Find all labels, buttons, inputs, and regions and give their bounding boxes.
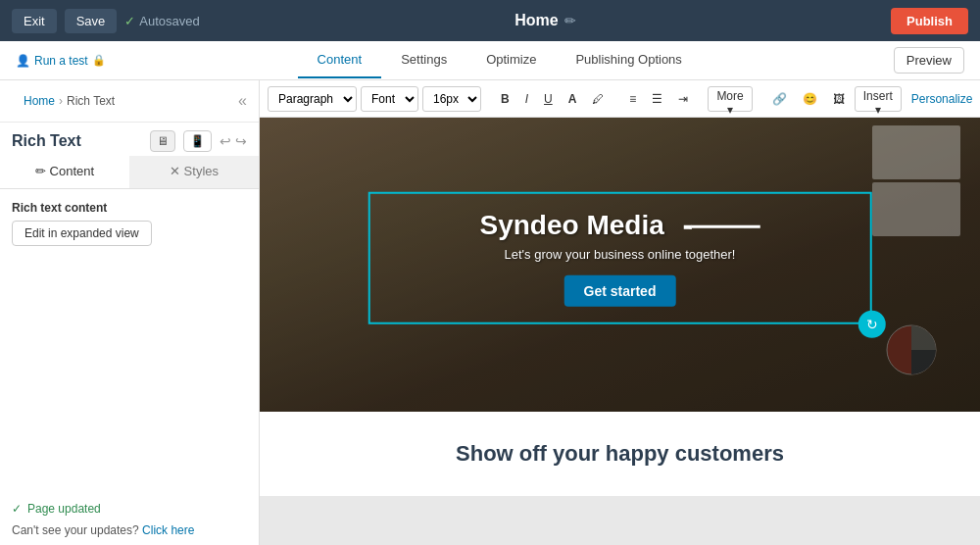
sidebar-title: Rich Text <box>12 132 81 150</box>
font-color-button[interactable]: A <box>563 86 583 112</box>
run-test-link[interactable]: 👤 Run a test 🔒 <box>16 54 106 68</box>
more-label: More <box>716 89 743 103</box>
styles-tab-icon: ✕ <box>170 164 184 178</box>
top-bar-right: Publish <box>891 8 968 34</box>
underline-button[interactable]: U <box>538 86 559 112</box>
status-check-icon: ✓ <box>12 502 22 516</box>
hero-title-text: Syndeo Media <box>479 210 663 240</box>
breadcrumb: Home › Rich Text <box>12 88 126 114</box>
arrow-line <box>692 225 760 228</box>
edit-expanded-button[interactable]: Edit in expanded view <box>12 221 152 246</box>
personalize-button[interactable]: Personalize <box>906 90 979 108</box>
publish-button[interactable]: Publish <box>891 8 968 34</box>
content-tab-icon: ✏ <box>35 164 50 178</box>
undo-button[interactable]: ↩ <box>220 133 231 149</box>
breadcrumb-current: Rich Text <box>67 94 115 108</box>
lock-icon: 🔒 <box>92 54 106 67</box>
insert-chevron-icon: ▾ <box>875 103 881 117</box>
autosaved-indicator: ✓ Autosaved <box>124 14 199 28</box>
nav-tabs: Content Settings Optimize Publishing Opt… <box>106 42 894 78</box>
indent-button[interactable]: ⇥ <box>672 86 694 112</box>
edit-page-title-icon[interactable]: ✏ <box>564 13 576 28</box>
refresh-icon[interactable]: ↻ <box>858 311 886 338</box>
sub-tabs: ✏ Content ✕ Styles <box>0 156 259 189</box>
top-bar: Exit Save ✓ Autosaved Home ✏ Publish <box>0 0 980 41</box>
show-off-title: Show off your happy customers <box>279 441 960 467</box>
italic-button[interactable]: I <box>519 86 534 112</box>
click-here-link[interactable]: Click here <box>142 523 194 537</box>
breadcrumb-home[interactable]: Home <box>24 94 55 108</box>
save-button[interactable]: Save <box>65 9 118 33</box>
toolbar-right: Personalize Advanced ▾ <box>906 82 980 116</box>
page-title: Home <box>514 12 558 29</box>
below-hero-section: Show off your happy customers <box>260 412 980 496</box>
exit-button[interactable]: Exit <box>12 9 57 33</box>
tab-content[interactable]: Content <box>298 42 382 78</box>
align-button[interactable]: ≡ <box>623 86 642 112</box>
canvas: Syndeo Media Let's grow your business on… <box>260 118 980 545</box>
sidebar: Home › Rich Text « Rich Text 🖥 📱 ↩ ↪ ✏ C… <box>0 80 260 545</box>
sidebar-title-row: Rich Text 🖥 📱 ↩ ↪ <box>0 123 259 156</box>
hero-cta: Get started <box>393 275 847 307</box>
arrowhead-icon <box>684 224 692 228</box>
sidebar-collapse-icon[interactable]: « <box>238 92 247 110</box>
image-button[interactable]: 🖼 <box>827 86 851 112</box>
run-test-label: Run a test <box>34 54 88 68</box>
main-layout: Home › Rich Text « Rich Text 🖥 📱 ↩ ↪ ✏ C… <box>0 80 980 545</box>
link-button[interactable]: 🔗 <box>766 86 793 112</box>
autosaved-check-icon: ✓ <box>124 14 135 28</box>
sub-tab-content[interactable]: ✏ Content <box>0 156 129 188</box>
preview-button[interactable]: Preview <box>894 47 964 74</box>
autosaved-text: Autosaved <box>139 14 199 28</box>
more-button[interactable]: More ▾ <box>708 86 752 112</box>
paragraph-select[interactable]: Paragraph <box>268 86 357 112</box>
hero-section: Syndeo Media Let's grow your business on… <box>260 118 980 412</box>
rich-text-content-label: Rich text content <box>12 201 247 215</box>
bold-button[interactable]: B <box>495 86 515 112</box>
cant-see-text: Can't see your updates? <box>12 523 139 537</box>
selected-text-box[interactable]: Syndeo Media Let's grow your business on… <box>368 192 872 324</box>
list-button[interactable]: ☰ <box>646 86 668 112</box>
insert-button[interactable]: Insert ▾ <box>855 86 902 112</box>
hero-content-box[interactable]: Syndeo Media Let's grow your business on… <box>368 192 872 324</box>
font-size-select[interactable]: 16px <box>422 86 481 112</box>
status-text: Page updated <box>27 502 101 516</box>
nav-tabs-bar: 👤 Run a test 🔒 Content Settings Optimize… <box>0 41 980 80</box>
tab-publishing[interactable]: Publishing Options <box>556 42 701 78</box>
tab-settings[interactable]: Settings <box>381 42 466 78</box>
status-row: ✓ Page updated <box>0 494 259 523</box>
user-icon: 👤 <box>16 54 30 68</box>
get-started-button[interactable]: Get started <box>564 275 676 307</box>
cant-see-row: Can't see your updates? Click here <box>0 523 259 545</box>
emoji-button[interactable]: 😊 <box>797 86 823 112</box>
mobile-view-button[interactable]: 📱 <box>183 130 212 152</box>
arrow-indicator <box>684 224 760 228</box>
highlight-button[interactable]: 🖊 <box>586 86 610 112</box>
desktop-view-button[interactable]: 🖥 <box>150 130 175 152</box>
sub-tab-styles[interactable]: ✕ Styles <box>129 156 259 188</box>
hero-subtitle: Let's grow your business online together… <box>393 247 847 262</box>
content-tab-label: Content <box>50 164 95 178</box>
undo-redo-group: ↩ ↪ <box>220 133 247 149</box>
breadcrumb-separator: › <box>59 94 63 108</box>
styles-tab-label: Styles <box>184 164 219 178</box>
toolbar: Paragraph Font 16px B I U A 🖊 ≡ ☰ ⇥ More… <box>260 80 980 118</box>
tab-optimize[interactable]: Optimize <box>466 42 556 78</box>
top-bar-center: Home ✏ <box>208 12 883 29</box>
redo-button[interactable]: ↪ <box>235 133 247 149</box>
canvas-area: Paragraph Font 16px B I U A 🖊 ≡ ☰ ⇥ More… <box>260 80 980 545</box>
font-select[interactable]: Font <box>361 86 418 112</box>
more-chevron-icon: ▾ <box>727 103 733 117</box>
sidebar-icons: 🖥 📱 ↩ ↪ <box>150 130 247 152</box>
hero-title: Syndeo Media <box>393 210 847 241</box>
sidebar-header: Home › Rich Text « <box>0 80 259 123</box>
insert-label: Insert <box>863 89 893 103</box>
sidebar-content: Rich text content Edit in expanded view <box>0 189 259 494</box>
